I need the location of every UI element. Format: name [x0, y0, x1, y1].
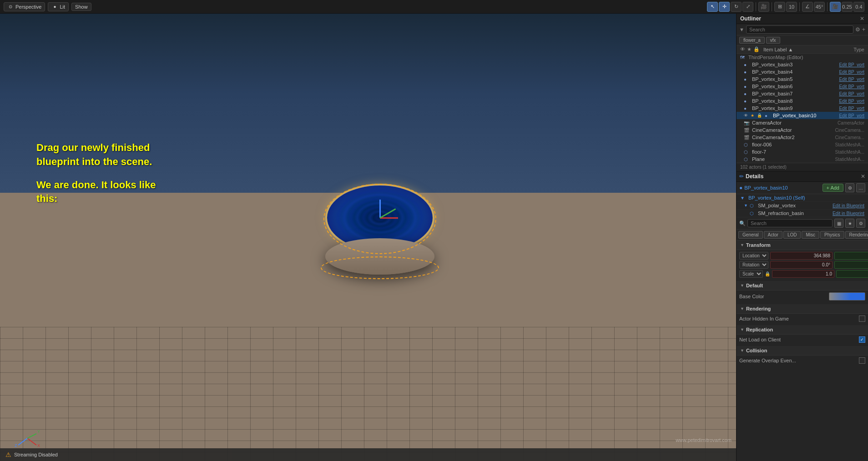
actor-hidden-checkbox[interactable]	[859, 316, 865, 322]
tab-actor[interactable]: Actor	[764, 231, 782, 239]
item-type: StaticMeshA...	[835, 150, 864, 155]
list-item[interactable]: 🎬 CineCameraActor2 CineCamera...	[737, 134, 868, 141]
location-dropdown[interactable]: Location	[739, 252, 768, 260]
col-label-header[interactable]: Item Label ▲	[763, 47, 853, 52]
outliner-search-input[interactable]	[746, 25, 853, 34]
list-item[interactable]: ● BP_vortex_basin9 Edit BP_vort	[737, 105, 868, 112]
list-item-selected[interactable]: 👁 ★ 🔒 ● BP_vortex_basin10 Edit BP_vort	[737, 112, 868, 119]
item-type: StaticMeshA...	[835, 142, 864, 147]
edit-bp-link[interactable]: Edit BP_vort	[839, 84, 864, 89]
streaming-disabled-label: Streaming Disabled	[14, 452, 58, 457]
transform-section-body: Location ↺ Rotation	[737, 250, 868, 281]
vortex-object[interactable]	[321, 184, 439, 275]
scale-tool-btn[interactable]: ⤢	[742, 2, 753, 12]
camera-btn[interactable]: 🎥	[758, 2, 769, 12]
bp-icon: ●	[744, 106, 750, 111]
scale-x-field[interactable]	[772, 270, 834, 278]
item-type: CineCamera...	[835, 128, 864, 133]
details-close-btn[interactable]: ✕	[861, 173, 865, 180]
list-item[interactable]: 📷 CameraActor CameraActor	[737, 119, 868, 126]
list-item[interactable]: ● BP_vortex_basin5 Edit BP_vort	[737, 75, 868, 83]
rendering-section-header[interactable]: ▼ Rendering	[737, 304, 868, 314]
add-component-btn[interactable]: + Add	[823, 184, 843, 192]
filter-vfx-btn[interactable]: vfx	[766, 37, 780, 44]
location-label-container: Location	[739, 252, 768, 260]
list-item[interactable]: ⬡ floor-006 StaticMeshA...	[737, 141, 868, 148]
details-more-btn[interactable]: …	[856, 183, 865, 192]
list-item[interactable]: 🗺 ThirdPersonMap (Editor)	[737, 54, 868, 61]
select-tool-btn[interactable]: ↖	[707, 2, 718, 12]
scale-y-field[interactable]	[836, 270, 868, 278]
default-section-title: Default	[746, 283, 763, 288]
watermark: www.petedimitrovart.com	[676, 437, 732, 443]
scale-dropdown[interactable]: Scale	[739, 270, 763, 278]
rotation-dropdown[interactable]: Rotation	[739, 261, 768, 269]
outliner-close-btn[interactable]: ✕	[860, 15, 864, 22]
list-item[interactable]: ⬡ floor-7 StaticMeshA...	[737, 148, 868, 155]
outliner-settings-icon[interactable]: ⚙	[855, 26, 860, 33]
perspective-dropdown[interactable]: ⊙ Perspective	[4, 2, 45, 11]
transform-section-title: Transform	[746, 242, 771, 248]
edit-bp-link[interactable]: Edit BP_vort	[839, 106, 864, 111]
list-item[interactable]: ● BP_vortex_basin7 Edit BP_vort	[737, 90, 868, 97]
move-tool-btn[interactable]: ✛	[719, 2, 730, 12]
list-item[interactable]: ● BP_vortex_basin6 Edit BP_vort	[737, 83, 868, 90]
gen-overlap-checkbox[interactable]	[859, 357, 865, 364]
list-item[interactable]: ● BP_vortex_basin4 Edit BP_vort	[737, 68, 868, 75]
details-table-view-btn[interactable]: ▦	[834, 219, 843, 228]
perspective-label: Perspective	[15, 4, 41, 10]
base-color-swatch[interactable]	[829, 292, 865, 301]
lock-col-icon[interactable]: 🔒	[753, 46, 760, 52]
zoom1-btn[interactable]: 0.25	[842, 2, 853, 12]
tab-physics[interactable]: Physics	[820, 231, 844, 239]
tab-lod[interactable]: LOD	[783, 231, 801, 239]
self-label: BP_vortex_basin10 (Self)	[748, 195, 805, 200]
show-dropdown[interactable]: Show	[71, 3, 91, 11]
list-item[interactable]: ● BP_vortex_basin3 Edit BP_vort	[737, 61, 868, 68]
list-item[interactable]: 🎬 CineCameraActor CineCamera...	[737, 126, 868, 134]
eye-icon[interactable]: 👁	[740, 46, 745, 52]
rotate-tool-btn[interactable]: ↻	[731, 2, 742, 12]
tab-misc[interactable]: Misc	[802, 231, 819, 239]
edit-bp-link[interactable]: Edit BP_vort	[839, 62, 864, 67]
viewport[interactable]: Drag our newly finished blueprint into t…	[0, 14, 736, 461]
list-item[interactable]: ● BP_vortex_basin8 Edit BP_vort	[737, 97, 868, 105]
lit-dropdown[interactable]: ● Lit	[48, 2, 69, 11]
rotation-y-field[interactable]	[834, 261, 868, 269]
snap-angle-btn[interactable]: 45°	[814, 2, 825, 12]
edit-in-bp-link-1[interactable]: Edit in Blueprint	[833, 203, 864, 208]
edit-in-bp-link-2[interactable]: Edit in Blueprint	[833, 211, 864, 216]
star-icon[interactable]: ★	[747, 46, 752, 52]
details-settings-btn[interactable]: ⚙	[845, 183, 854, 192]
zoom2-btn[interactable]: 0.4	[853, 2, 864, 12]
tab-general[interactable]: General	[738, 231, 763, 239]
grid-btn[interactable]: ⊞	[774, 2, 785, 12]
details-header: ✏ Details ✕	[737, 171, 868, 182]
rendering-section-body: Actor Hidden In Game	[737, 314, 868, 325]
details-gear-btn[interactable]: ⚙	[856, 219, 865, 228]
edit-bp-link[interactable]: Edit BP_vort	[839, 77, 864, 82]
scale-lock-btn[interactable]: 🔒	[765, 271, 770, 278]
transform-section-header[interactable]: ▼ Transform	[737, 241, 868, 250]
replication-section-title: Replication	[746, 327, 773, 332]
edit-bp-link[interactable]: Edit BP_vort	[839, 91, 864, 96]
collision-section-header[interactable]: ▼ Collision	[737, 346, 868, 356]
tab-rendering[interactable]: Rendering	[845, 231, 868, 239]
edit-bp-link[interactable]: Edit BP_vort	[839, 99, 864, 104]
rotation-x-field[interactable]	[770, 261, 833, 269]
snap-btn[interactable]: 10	[786, 2, 797, 12]
default-section-header[interactable]: ▼ Default	[737, 281, 868, 291]
location-y-field[interactable]	[834, 252, 868, 260]
rotation-label-container: Rotation	[739, 261, 768, 269]
edit-bp-link[interactable]: Edit BP_vort	[839, 113, 864, 118]
list-item[interactable]: ⬡ Plane StaticMeshA...	[737, 155, 868, 163]
details-star-filter-btn[interactable]: ★	[845, 219, 854, 228]
lock-row-icon: 🔒	[757, 113, 762, 118]
outliner-add-icon[interactable]: +	[862, 26, 865, 33]
details-search-input[interactable]	[747, 219, 833, 227]
filter-flower-btn[interactable]: flower_a	[739, 37, 765, 44]
net-load-checkbox[interactable]: ✓	[859, 336, 865, 343]
edit-bp-link[interactable]: Edit BP_vort	[839, 70, 864, 75]
replication-section-header[interactable]: ▼ Replication	[737, 325, 868, 335]
location-x-field[interactable]	[770, 252, 833, 260]
